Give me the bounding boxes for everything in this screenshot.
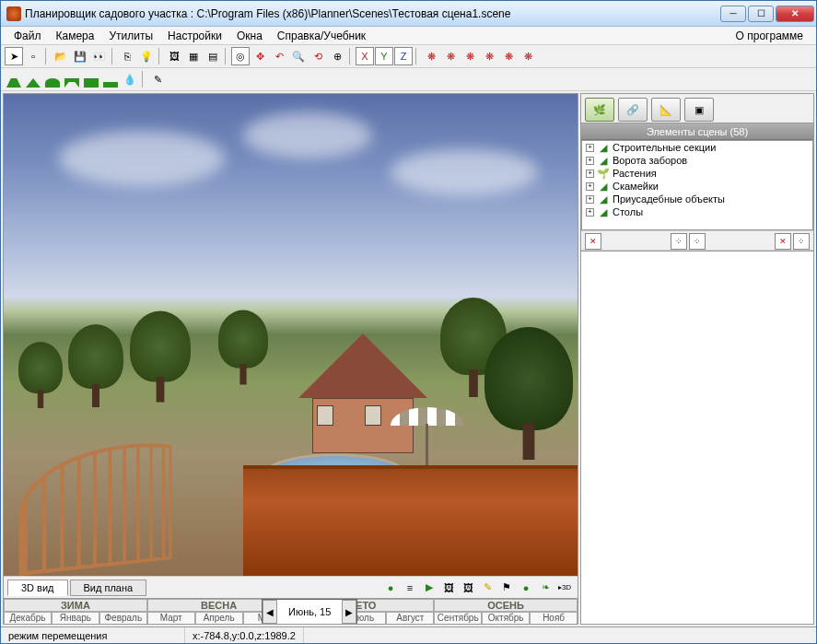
vtool-3d-icon[interactable]: ▸3D xyxy=(555,579,574,597)
vtool-flag-icon[interactable]: ⚑ xyxy=(497,579,516,597)
scene-tree[interactable]: +◢Строительные секции +◢Ворота заборов +… xyxy=(581,140,813,230)
vtool-leaf-icon[interactable]: ❧ xyxy=(536,579,554,597)
window-controls: ─ ☐ ✕ xyxy=(720,6,814,22)
target-icon[interactable]: ◎ xyxy=(231,47,250,65)
tool-a-icon[interactable]: ❋ xyxy=(422,47,440,65)
date-next-button[interactable]: ▶ xyxy=(342,600,356,624)
tree-item-sections[interactable]: +◢Строительные секции xyxy=(582,141,812,154)
new-file-icon[interactable]: ▫ xyxy=(24,47,42,65)
month-apr[interactable]: Апрель xyxy=(195,612,243,624)
tab-plan-view[interactable]: Вид плана xyxy=(70,580,147,596)
move-icon[interactable]: ✥ xyxy=(251,47,269,65)
terrain-smooth-icon[interactable] xyxy=(82,71,100,88)
timeline[interactable]: ЗИМА ВЕСНА ЛЕТО ОСЕНЬ Декабрь Январь Фев… xyxy=(4,598,578,624)
tab-3d-view[interactable]: 3D вид xyxy=(7,580,68,596)
menu-windows[interactable]: Окна xyxy=(229,28,270,44)
right-panel-content xyxy=(581,251,813,624)
eyedropper-icon[interactable]: ✎ xyxy=(148,70,167,88)
menu-camera[interactable]: Камера xyxy=(49,28,102,44)
save-file-icon[interactable]: 💾 xyxy=(71,47,89,65)
binoculars-icon[interactable]: 👀 xyxy=(90,47,109,65)
menubar: Файл Камера Утилиты Настройки Окна Справ… xyxy=(1,27,816,45)
axis-y-button[interactable]: Y xyxy=(375,47,393,65)
layers-icon[interactable]: ▤ xyxy=(204,47,222,65)
vtool-img1-icon[interactable]: 🖼 xyxy=(439,579,458,597)
month-aug[interactable]: Август xyxy=(386,612,434,624)
menu-utilities[interactable]: Утилиты xyxy=(101,28,160,44)
rotate-icon[interactable]: ⟲ xyxy=(309,47,327,65)
zoom-icon[interactable]: 🔍 xyxy=(289,47,308,65)
tree-label: Растения xyxy=(613,168,657,179)
date-prev-button[interactable]: ◀ xyxy=(263,600,277,624)
pointer-tool-icon[interactable]: ➤ xyxy=(5,47,23,65)
month-feb[interactable]: Февраль xyxy=(99,612,147,624)
right-panel-tabs: 🌿 🔗 📐 ▣ xyxy=(581,94,813,123)
copy-icon[interactable]: ⎘ xyxy=(118,47,136,65)
axis-x-button[interactable]: X xyxy=(356,47,374,65)
month-dec[interactable]: Декабрь xyxy=(4,612,52,624)
toolbar-main: ➤ ▫ 📂 💾 👀 ⎘ 💡 🖼 ▦ ▤ ◎ ✥ ↶ 🔍 ⟲ ⊕ X Y Z ❋ … xyxy=(1,45,816,68)
vtool-go-icon[interactable]: ▶ xyxy=(420,579,438,597)
terrain-hill-icon[interactable] xyxy=(24,71,42,88)
image-icon[interactable]: 🖼 xyxy=(165,47,183,65)
month-sep[interactable]: Сентябрь xyxy=(434,612,482,624)
close-button[interactable]: ✕ xyxy=(776,6,814,22)
maximize-button[interactable]: ☐ xyxy=(748,6,774,22)
titlebar[interactable]: Планировщик садового участка : C:\Progra… xyxy=(1,1,816,27)
menu-file[interactable]: Файл xyxy=(6,28,49,44)
terrain-raise-icon[interactable] xyxy=(43,71,62,88)
terrain-lower-icon[interactable] xyxy=(63,71,81,88)
scene-elements-header: Элементы сцены (58) xyxy=(581,123,813,140)
tool-f-icon[interactable]: ❋ xyxy=(519,47,537,65)
vtool-bars-icon[interactable]: ≡ xyxy=(401,579,419,597)
view-tabs: 3D вид Вид плана ● ≡ ▶ 🖼 🖼 ✎ ⚑ ● ❧ ▸3D xyxy=(4,576,578,598)
undo-icon[interactable]: ↶ xyxy=(270,47,288,65)
terrain-level-icon[interactable] xyxy=(101,71,120,88)
menu-help[interactable]: Справка/Учебник xyxy=(270,28,373,44)
pan-icon[interactable]: ⊕ xyxy=(328,47,346,65)
tree-label: Скамейки xyxy=(613,181,659,192)
grid-icon[interactable]: ▦ xyxy=(184,47,203,65)
tree-item-benches[interactable]: +◢Скамейки xyxy=(582,180,812,193)
water-drop-icon[interactable]: 💧 xyxy=(121,70,139,88)
tree-item-plants[interactable]: +🌱Растения xyxy=(582,167,812,180)
terrain-flat-icon[interactable] xyxy=(5,71,23,88)
rp-tool-c-icon[interactable]: ⁘ xyxy=(793,233,810,250)
tree-item-garden-objects[interactable]: +◢Приусадебные объекты xyxy=(582,193,812,205)
date-indicator[interactable]: ◀ Июнь, 15 ▶ xyxy=(262,599,357,624)
rp-tool-b-icon[interactable]: ⁘ xyxy=(689,233,706,250)
menu-about[interactable]: О программе xyxy=(729,28,811,44)
tab-ruler-icon[interactable]: 📐 xyxy=(651,98,681,122)
scene-gate xyxy=(19,428,172,576)
month-jan[interactable]: Январь xyxy=(52,612,99,624)
tool-e-icon[interactable]: ❋ xyxy=(499,47,518,65)
vtool-img2-icon[interactable]: 🖼 xyxy=(459,579,477,597)
rp-delete-left-icon[interactable]: ✕ xyxy=(585,233,601,250)
main-area: 3D вид Вид плана ● ≡ ▶ 🖼 🖼 ✎ ⚑ ● ❧ ▸3D xyxy=(1,91,816,626)
tool-b-icon[interactable]: ❋ xyxy=(441,47,460,65)
tool-d-icon[interactable]: ❋ xyxy=(480,47,498,65)
vtool-edit-icon[interactable]: ✎ xyxy=(478,579,496,597)
vtool-dot2-icon[interactable]: ● xyxy=(517,579,535,597)
menu-settings[interactable]: Настройки xyxy=(160,28,229,44)
season-autumn: ОСЕНЬ xyxy=(434,599,578,612)
viewport-3d[interactable] xyxy=(4,94,578,576)
axis-z-button[interactable]: Z xyxy=(394,47,413,65)
vtool-green-dot-icon[interactable]: ● xyxy=(381,579,400,597)
rp-tool-a-icon[interactable]: ⁘ xyxy=(671,233,687,250)
open-file-icon[interactable]: 📂 xyxy=(52,47,70,65)
tool-c-icon[interactable]: ❋ xyxy=(461,47,479,65)
month-mar[interactable]: Март xyxy=(147,612,195,624)
month-nov[interactable]: Нояб xyxy=(530,612,578,624)
tab-cube-icon[interactable]: ▣ xyxy=(684,98,714,122)
tab-plants-icon[interactable]: 🌿 xyxy=(585,98,614,122)
light-icon[interactable]: 💡 xyxy=(137,47,156,65)
minimize-button[interactable]: ─ xyxy=(720,6,746,22)
rp-delete-right-icon[interactable]: ✕ xyxy=(775,233,791,250)
tree-item-gates[interactable]: +◢Ворота заборов xyxy=(582,154,812,167)
month-oct[interactable]: Октябрь xyxy=(482,612,530,624)
tree-item-tables[interactable]: +◢Столы xyxy=(582,205,812,218)
toolbar-terrain: 💧 ✎ xyxy=(1,68,816,91)
tab-link-icon[interactable]: 🔗 xyxy=(618,98,648,122)
status-coords: x:-784.8,y:0.0,z:1989.2 xyxy=(185,627,304,643)
